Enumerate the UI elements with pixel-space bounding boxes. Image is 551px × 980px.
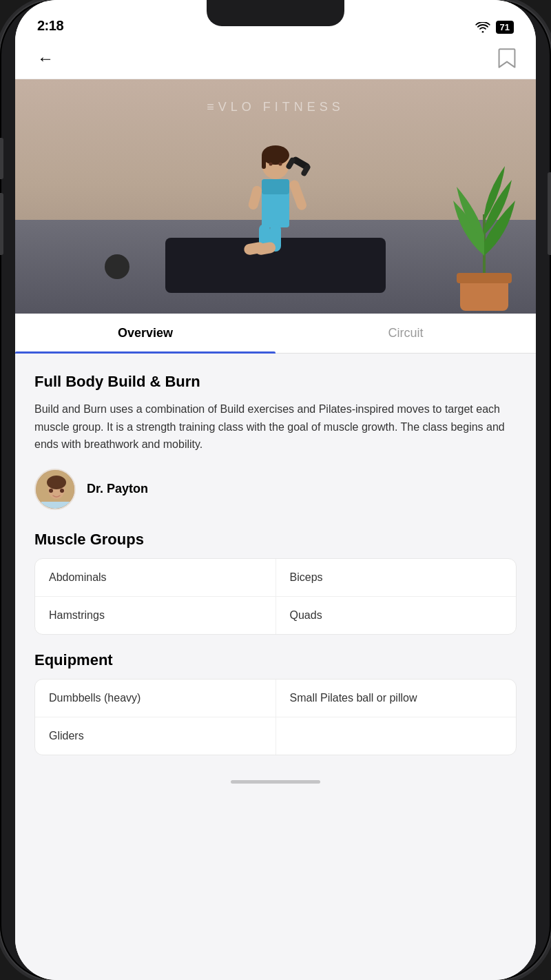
tabs-container: Overview Circuit [15,314,536,354]
muscle-cell-quads: Quads [276,597,517,634]
workout-description: Build and Burn uses a combination of Bui… [34,400,517,453]
svg-point-7 [279,163,282,166]
svg-rect-9 [247,185,263,210]
muscle-cell-abdominals: Abdominals [35,559,276,596]
svg-point-24 [60,489,64,493]
brand-logo: ≡VLO FITNESS [207,100,344,114]
instructor-avatar [34,469,76,510]
video-thumbnail: ≡VLO FITNESS [15,79,536,314]
svg-point-22 [47,476,66,489]
header-bar: ← [15,38,536,79]
volume-down-button[interactable] [0,193,3,255]
phone-screen: 2:18 71 ← [15,0,536,980]
avatar-image [36,470,76,510]
tab-circuit[interactable]: Circuit [276,314,536,353]
instructor-name: Dr. Payton [87,482,148,496]
equipment-cell-dumbbells: Dumbbells (heavy) [35,680,276,717]
muscle-cell-hamstrings: Hamstrings [35,597,276,634]
phone-frame: 2:18 71 ← [0,0,551,980]
svg-point-6 [269,163,273,166]
svg-rect-18 [457,273,512,283]
muscle-groups-table: Abdominals Biceps Hamstrings Quads [34,558,517,635]
volume-up-button[interactable] [0,138,3,179]
content-area: Full Body Build & Burn Build and Burn us… [15,354,536,980]
table-row: Dumbbells (heavy) Small Pilates ball or … [35,680,516,717]
svg-rect-25 [41,502,72,510]
muscle-cell-biceps: Biceps [276,559,517,596]
notch [207,0,344,26]
exercise-ball [105,254,129,279]
status-time: 2:18 [37,18,63,34]
home-bar [231,780,320,784]
table-row: Hamstrings Quads [35,597,516,634]
table-row: Gliders [35,717,516,755]
battery-indicator: 71 [496,21,514,34]
muscle-groups-title: Muscle Groups [34,531,517,549]
power-button[interactable] [548,172,551,255]
equipment-section: Equipment Dumbbells (heavy) Small Pilate… [34,651,517,755]
svg-point-23 [49,489,53,493]
bookmark-icon[interactable] [497,48,517,70]
svg-rect-8 [288,179,308,212]
svg-rect-5 [262,155,266,169]
svg-rect-1 [262,179,289,194]
instructor-row: Dr. Payton [34,469,517,510]
status-icons: 71 [475,21,514,34]
workout-person [227,124,324,276]
video-bg: ≡VLO FITNESS [15,79,536,314]
back-button[interactable]: ← [34,46,56,71]
plant-decoration [453,159,515,314]
equipment-cell-empty [276,717,517,755]
equipment-table: Dumbbells (heavy) Small Pilates ball or … [34,679,517,755]
table-row: Abdominals Biceps [35,559,516,597]
tab-overview[interactable]: Overview [15,314,276,353]
equipment-title: Equipment [34,651,517,669]
wifi-icon [475,22,490,33]
equipment-cell-gliders: Gliders [35,717,276,755]
home-indicator [34,772,517,793]
muscle-groups-section: Muscle Groups Abdominals Biceps Hamstrin… [34,531,517,635]
workout-title: Full Body Build & Burn [34,373,517,391]
equipment-cell-pilates-ball: Small Pilates ball or pillow [276,680,517,717]
